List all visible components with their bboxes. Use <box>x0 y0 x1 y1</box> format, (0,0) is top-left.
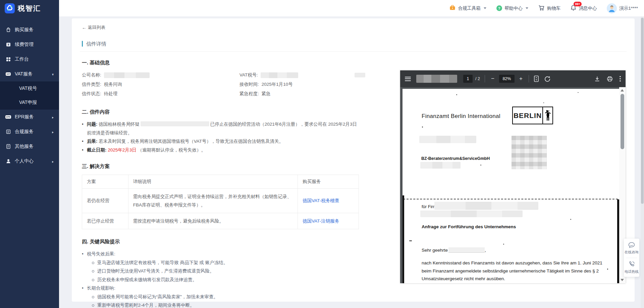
deadline-label: 截止日期: <box>87 147 107 152</box>
deadline-bullet: 截止日期: 2025年2月3日 （逾期将默认停业，税号失效）。 <box>82 146 361 155</box>
back-to-list-link[interactable]: ← 返回列表 <box>82 24 105 30</box>
solutions-heading: 三. 解决方案 <box>82 163 361 170</box>
pdf-menu-icon[interactable] <box>405 77 411 81</box>
redacted-pdf-filename <box>416 75 457 83</box>
pdf-page-input[interactable]: 1 <box>463 75 473 83</box>
risk-item: 重新申请税号需耗时2-4个月，期间业务将中断。 <box>92 301 361 308</box>
brand-logo: 税智汇 <box>0 0 59 16</box>
help-icon: ? <box>496 5 502 11</box>
sidebar-item-renewal[interactable]: ¥ 续费管理 <box>0 37 59 52</box>
solutions-table: 方案 详细说明 购买服务 若仍在经营 需向税务局提交正式声明，证明业务持续运营，… <box>82 175 359 229</box>
sidebar-item-other-services[interactable]: 其他服务 <box>0 139 59 154</box>
shopping-bag-icon <box>5 27 11 33</box>
sidebar-item-epr-services[interactable]: EPR EPR服务 ▸ <box>0 110 59 124</box>
username: 演示1**** <box>619 5 638 11</box>
letter-type-value: 税务问询 <box>104 81 122 87</box>
page-scroll-thumb[interactable] <box>641 18 644 204</box>
pdf-scroll-thumb[interactable] <box>621 94 624 149</box>
scroll-down-arrow[interactable] <box>621 279 624 281</box>
sidebar-item-label: VAT服务 <box>15 71 52 77</box>
sidebar-item-label: 合规服务 <box>15 129 52 135</box>
urgency-value: 紧急 <box>262 91 271 97</box>
field-row: 信件类型: 税务问询 接收时间: 2025年1月10号 <box>82 80 361 89</box>
service-link-audit[interactable]: 德国VAT-税务稽查 <box>303 198 339 203</box>
sidebar-item-compliance[interactable]: 合规服务 ▸ <box>0 124 59 139</box>
sidebar-item-label: 续费管理 <box>15 42 54 48</box>
toolbar-separator <box>485 75 485 82</box>
renewal-icon: ¥ <box>5 42 11 48</box>
service-link-deregister[interactable]: 德国VAT-注销服务 <box>303 219 339 224</box>
vat-icon: VAT <box>5 71 11 77</box>
sidebar-item-label: VAT申报 <box>19 100 37 106</box>
phone-icon <box>629 263 635 268</box>
help-label: 帮助中心 <box>504 5 523 11</box>
redacted-doc-line <box>419 136 476 143</box>
zoom-in-button[interactable]: + <box>518 75 524 82</box>
chevron-right-icon: ▸ <box>52 159 54 164</box>
user-menu[interactable]: 演示1**** <box>607 3 638 13</box>
sidebar-item-profile[interactable]: 个人中心 ▸ <box>0 154 59 169</box>
print-icon[interactable] <box>607 76 613 82</box>
sidebar-subitem-vat-filing[interactable]: VAT申报 <box>0 96 59 110</box>
panel-divider <box>626 258 637 258</box>
user-icon <box>5 159 11 164</box>
status-value: 待处理 <box>104 91 118 97</box>
toolbar-separator <box>529 75 529 82</box>
risks-list: 税号失效后果: 亚马逊店铺无法绑定有效税号，可能导致 商品下架 或 账户冻结。 … <box>82 250 361 308</box>
consequence-label: 后果: <box>87 139 98 144</box>
sidebar-subitem-vat-number[interactable]: VAT税号 <box>0 81 59 96</box>
sidebar-item-workbench[interactable]: 工作台 <box>0 52 59 67</box>
rotate-button[interactable] <box>544 76 550 82</box>
pdf-body-line: nach Kenntnisstand des Finanzamts ist da… <box>422 259 611 267</box>
fit-to-page-button[interactable] <box>534 75 539 82</box>
risk-item: 德国税务局可能将公司标记为“高风险卖家”，加强未来审查。 <box>92 293 361 301</box>
detail-cell: 需向税务局提交正式声明，证明业务持续运营，并补充相关材料（如销售记录、FBA库存… <box>128 189 298 213</box>
berlin-logo: BERLIN <box>512 107 553 124</box>
help-menu[interactable]: ? 帮助中心 <box>496 5 528 11</box>
toolbox-menu[interactable]: 合规工具箱 <box>449 5 486 11</box>
chevron-right-icon: ▸ <box>52 115 54 119</box>
vat-field: VAT税号: <box>239 72 298 78</box>
cart-button[interactable]: 购物车 <box>538 5 561 12</box>
phone-hotline-button[interactable]: 电话热线 <box>624 261 639 274</box>
chevron-down-icon: ▾ <box>52 72 54 76</box>
page-scrollbar[interactable] <box>641 16 644 308</box>
salutation-text: Sehr geehrte <box>422 248 448 253</box>
compliance-doc-icon <box>5 129 11 135</box>
received-value: 2025年1月10号 <box>262 81 293 87</box>
online-chat-button[interactable]: 在线咨询 <box>624 242 639 255</box>
scroll-up-arrow[interactable] <box>621 89 624 91</box>
topbar: 合规工具箱 ? 帮助中心 购物车 99+ 消息中心 演示1**** <box>59 0 644 16</box>
download-icon[interactable] <box>594 76 600 82</box>
pdf-zoom-level[interactable]: 82% <box>499 75 515 83</box>
question-bullet: 问题: 德国柏林税务局怀疑已停止在德国的经营活动（2021年6月注册），要求公司… <box>82 120 361 137</box>
letter-content-heading: 二. 信件内容 <box>82 109 361 115</box>
sidebar-item-label: 工作台 <box>15 56 54 62</box>
status-field: 信件状态: 待处理 <box>82 91 239 97</box>
company-field: 公司名称: <box>82 72 239 78</box>
risk-item: 亚马逊店铺无法绑定有效税号，可能导致 商品下架 或 账户冻结。 <box>92 258 361 267</box>
sidebar-item-vat-services[interactable]: VAT VAT服务 ▾ <box>0 67 59 81</box>
table-row: 若已停止经营 需按流程申请注销税号，避免后续税务风险。 德国VAT-注销服务 <box>82 213 359 229</box>
redacted-blob <box>355 73 365 77</box>
pdf-body-line: Umsatzsteuergesetz nicht mehr ausüben. <box>422 275 611 283</box>
pdf-document-area[interactable]: Finanzamt Berlin International BERLIN <box>400 87 626 283</box>
sidebar-item-purchase[interactable]: 购买服务 <box>0 22 59 37</box>
pdf-toolbar-right <box>594 76 621 82</box>
zoom-out-button[interactable]: − <box>490 75 496 82</box>
pdf-body-line: beim Finanzamt angemeldete selbständige … <box>422 267 611 275</box>
caret-down-icon <box>526 7 528 9</box>
redacted-company-inline <box>141 121 209 126</box>
redacted-doc-block <box>512 136 547 169</box>
messages-button[interactable]: 99+ 消息中心 <box>571 5 597 12</box>
pdf-viewer: 1 / 2 − 82% + <box>400 70 626 283</box>
received-label: 接收时间: <box>239 81 259 87</box>
deadline-note: （逾期将默认停业，税号失效）。 <box>138 147 206 152</box>
more-options-icon[interactable] <box>620 76 621 82</box>
floating-contact-panel: 在线咨询 电话热线 <box>624 239 639 277</box>
company-label: 公司名称: <box>82 72 101 78</box>
field-row: 公司名称: VAT税号: <box>82 70 361 80</box>
berlin-logo-text: BERLIN <box>513 112 542 120</box>
redacted-doc-address <box>420 162 461 169</box>
sidebar-nav: 购买服务 ¥ 续费管理 工作台 VAT VAT服务 ▾ VAT税号 VAT申报 <box>0 22 59 169</box>
